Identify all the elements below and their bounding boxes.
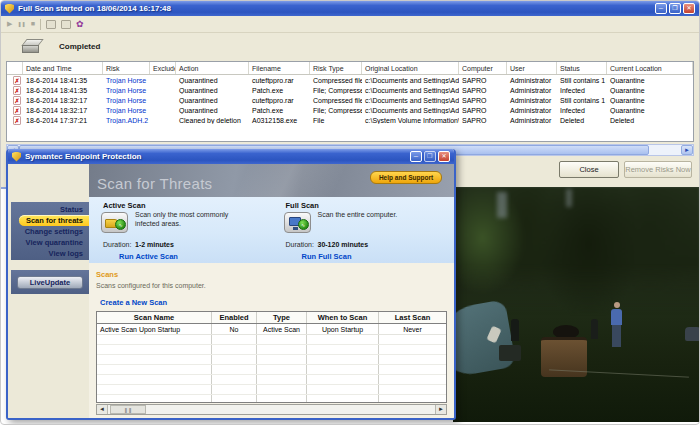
col-origloc[interactable]: Original Location [362,62,459,74]
liveupdate-button[interactable]: LiveUpdate [17,276,83,289]
active-scan-description: Scan only the most commonly infected are… [135,210,245,228]
full-scan-title: Full Scan [286,201,319,210]
sidebar-item-view-logs[interactable]: View logs [11,248,89,259]
risk-file-icon: ✗ [13,86,21,95]
stop-icon[interactable]: ■ [31,20,35,28]
results-window-title: Full Scan started on 18/06/2014 16:17:48 [18,4,655,13]
sep-titlebar[interactable]: Symantec Endpoint Protection ─ ❒ ✕ [8,149,454,164]
risk-link[interactable]: Trojan Horse [103,77,150,84]
scans-heading: Scans [96,270,118,279]
toolbar-separator [40,19,41,30]
scan-options-panel: Active Scan ∿ Scan only the most commonl… [89,197,454,263]
person-figure [611,309,622,325]
col-user[interactable]: User [507,62,557,74]
close-button[interactable]: Close [559,161,619,178]
results-titlebar[interactable]: Full Scan started on 18/06/2014 16:17:48… [1,1,699,16]
full-scan-icon: ∿ [284,212,311,233]
close-window-icon[interactable]: ✕ [438,151,450,162]
risk-link[interactable]: Trojan Horse [103,87,150,94]
scans-table-header: Scan Name Enabled Type When to Scan Last… [97,312,446,324]
results-table: Date and Time Risk Exclude Action Filena… [6,61,694,142]
remove-risks-button[interactable]: Remove Risks Now [624,161,692,178]
minimize-button[interactable]: ─ [655,3,667,14]
col-currloc[interactable]: Current Location [607,62,693,74]
col-action[interactable]: Action [176,62,249,74]
minimize-button[interactable]: ─ [410,151,422,162]
create-new-scan-link[interactable]: Create a New Scan [100,298,167,307]
properties-icon[interactable] [46,20,56,29]
scrollbar-thumb[interactable]: ❚❚ [110,405,146,414]
page-title: Scan for Threats [97,175,212,192]
close-window-icon[interactable]: ✕ [683,3,695,14]
person-figure [511,319,519,341]
full-scan-duration: 30-120 minutes [318,241,369,248]
table-row[interactable]: ✗ 18-6-2014 18:41:35 Trojan Horse Quaran… [7,75,693,85]
play-icon[interactable]: ▶ [7,20,12,28]
table-row[interactable]: ✗ 18-6-2014 18:32:17 Trojan Horse Quaran… [7,95,693,105]
run-active-scan-link[interactable]: Run Active Scan [119,252,178,261]
active-scan-icon: ∿ [101,212,128,233]
scans-table-row[interactable]: Active Scan Upon Startup No Active Scan … [97,324,446,335]
risk-link[interactable]: Trojan Horse [103,97,150,104]
tree-line [453,187,699,314]
help-and-support-button[interactable]: Help and Support [370,171,442,184]
full-scan-option: Full Scan ∿ Scan the entire computer. Du… [272,197,455,263]
sep-window: Symantec Endpoint Protection ─ ❒ ✕ Statu… [6,149,456,420]
table-row[interactable]: ✗ 18-6-2014 18:32:17 Trojan Horse Quaran… [7,105,693,115]
desktop-wallpaper-photo [453,187,699,422]
drive-icon [19,38,45,55]
table-row[interactable]: ✗ 18-6-2014 17:37:21 Trojan.ADH.2 Cleane… [7,115,693,125]
risk-file-icon: ✗ [13,106,21,115]
active-scan-duration: 1-2 minutes [135,241,174,248]
maximize-button[interactable]: ❒ [424,151,436,162]
col-date[interactable]: Date and Time [23,62,103,74]
risk-file-icon: ✗ [13,76,21,85]
risk-file-icon: ✗ [13,116,21,125]
col-risktype[interactable]: Risk Type [310,62,362,74]
run-full-scan-link[interactable]: Run Full Scan [302,252,352,261]
scans-section: Scans Scans configured for this computer… [89,263,454,418]
col-exclude[interactable]: Exclude [150,62,176,74]
risk-file-icon: ✗ [13,96,21,105]
person-figure [591,319,598,339]
risk-link[interactable]: Trojan Horse [103,107,150,114]
screenshot-frame: Full Scan started on 18/06/2014 16:17:48… [0,0,700,425]
scans-description: Scans configured for this computer. [96,282,206,289]
maximize-button[interactable]: ❒ [669,3,681,14]
symantec-shield-icon [12,152,21,162]
scroll-right-icon[interactable]: ► [681,145,693,155]
active-scan-title: Active Scan [103,201,146,210]
col-filename[interactable]: Filename [249,62,310,74]
active-scan-option: Active Scan ∿ Scan only the most commonl… [89,197,272,263]
sep-sidebar: Status Scan for threats Change settings … [8,164,89,418]
scan-status-label: Completed [59,42,100,51]
scans-table: Scan Name Enabled Type When to Scan Last… [96,311,447,403]
sidebar-item-change-settings[interactable]: Change settings [11,226,89,237]
risk-link[interactable]: Trojan.ADH.2 [103,117,150,124]
scroll-right-icon[interactable]: ► [435,405,446,414]
col-risk[interactable]: Risk [103,62,150,74]
table-row[interactable]: ✗ 18-6-2014 18:41:35 Trojan Horse Quaran… [7,85,693,95]
col-computer[interactable]: Computer [459,62,507,74]
results-toolbar: ▶ ❚❚ ■ ✿ [1,16,699,33]
pause-icon[interactable]: ❚❚ [17,20,25,28]
export-icon[interactable] [61,20,71,29]
col-status[interactable]: Status [557,62,607,74]
sidebar-item-view-quarantine[interactable]: View quarantine [11,237,89,248]
scroll-left-icon[interactable]: ◄ [97,405,108,414]
symantec-shield-icon [5,4,14,14]
full-scan-description: Scan the entire computer. [318,210,428,219]
sep-window-title: Symantec Endpoint Protection [25,152,410,161]
sidebar-item-status[interactable]: Status [11,204,89,215]
results-table-header: Date and Time Risk Exclude Action Filena… [7,62,693,75]
log-icon[interactable]: ✿ [76,20,84,29]
scans-hscrollbar[interactable]: ◄ ❚❚ ► [96,404,447,415]
sidebar-item-scan-for-threats[interactable]: Scan for threats [19,215,89,226]
